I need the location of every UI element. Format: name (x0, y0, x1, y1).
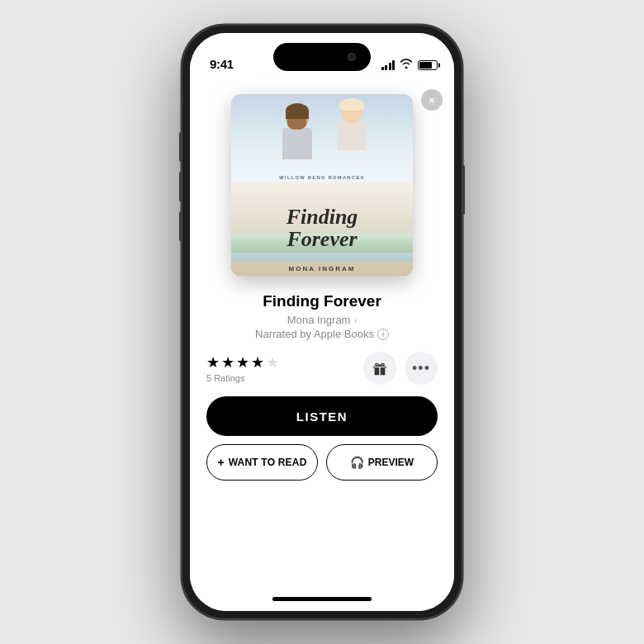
star-5-empty[interactable]: ★ (266, 353, 279, 372)
headphone-icon: 🎧 (350, 456, 364, 469)
man-body (282, 128, 312, 159)
gift-button[interactable] (363, 352, 396, 385)
star-1[interactable]: ★ (206, 353, 220, 372)
ratings-actions-row: ★ ★ ★ ★ ★ 5 Ratings (206, 352, 438, 385)
man-figure (282, 103, 312, 159)
cover-title-finding: Finding (286, 206, 358, 228)
ratings-section: ★ ★ ★ ★ ★ 5 Ratings (206, 353, 279, 383)
star-3[interactable]: ★ (236, 353, 249, 372)
content-area: × (190, 78, 454, 586)
stars-row: ★ ★ ★ ★ ★ (206, 353, 279, 372)
home-indicator-area (190, 586, 454, 611)
cover-author-name: MONA INGRAM (231, 261, 413, 276)
phone-frame: 9:41 (182, 25, 462, 619)
preview-label: PREVIEW (368, 457, 414, 468)
signal-bar-2 (385, 65, 387, 70)
author-name[interactable]: Mona Ingram (287, 314, 351, 326)
ellipsis-icon: ••• (412, 360, 430, 377)
chevron-right-icon: › (353, 315, 357, 325)
signal-bar-3 (389, 63, 391, 70)
book-title: Finding Forever (263, 292, 381, 310)
man-head (286, 103, 309, 130)
woman-head (341, 98, 362, 123)
woman-body (338, 121, 366, 150)
cover-bg: WILLOW BEND ROMANCES (231, 94, 413, 182)
signal-bar-4 (392, 60, 395, 70)
phone-screen: 9:41 (190, 33, 454, 611)
listen-button[interactable]: LISTEN (206, 396, 438, 436)
star-4[interactable]: ★ (251, 353, 264, 372)
man-beard (287, 119, 305, 130)
battery-icon (418, 60, 438, 70)
bottom-buttons-row: + WANT TO READ 🎧 PREVIEW (206, 444, 438, 481)
book-cover-image: WILLOW BEND ROMANCES Finding Forever MON… (231, 94, 413, 276)
dynamic-island (273, 43, 371, 71)
want-to-read-label: WANT TO READ (229, 457, 307, 468)
action-icons-row: ••• (363, 352, 438, 385)
signal-bar-1 (381, 67, 384, 70)
author-line: Mona Ingram › (287, 314, 357, 326)
battery-fill (419, 62, 432, 69)
ratings-count: 5 Ratings (206, 373, 279, 383)
signal-bars-icon (381, 60, 395, 70)
woman-hair (339, 98, 364, 111)
status-icons (381, 59, 438, 71)
cover-series-text: WILLOW BEND ROMANCES (231, 175, 413, 180)
home-indicator (272, 597, 372, 601)
star-2[interactable]: ★ (221, 353, 234, 372)
narrator-line: Narrated by Apple Books i (255, 328, 389, 340)
wifi-icon (400, 59, 413, 71)
narrator-text: Narrated by Apple Books (255, 328, 374, 340)
close-button[interactable]: × (421, 89, 443, 111)
want-to-read-button[interactable]: + WANT TO READ (206, 444, 318, 481)
woman-figure (338, 98, 366, 150)
listen-button-label: LISTEN (296, 410, 348, 424)
preview-button[interactable]: 🎧 PREVIEW (326, 444, 438, 481)
gift-icon (371, 359, 389, 377)
camera-dot (348, 53, 356, 61)
info-icon[interactable]: i (377, 329, 389, 340)
plus-icon: + (217, 456, 224, 469)
status-time: 9:41 (210, 57, 234, 71)
cover-title-forever: Forever (286, 228, 357, 250)
close-icon: × (429, 95, 435, 106)
man-hair (286, 103, 309, 119)
status-bar: 9:41 (190, 33, 454, 78)
book-cover: WILLOW BEND ROMANCES Finding Forever MON… (231, 94, 413, 276)
more-options-button[interactable]: ••• (405, 352, 438, 385)
cover-couple-area: WILLOW BEND ROMANCES (231, 94, 413, 182)
